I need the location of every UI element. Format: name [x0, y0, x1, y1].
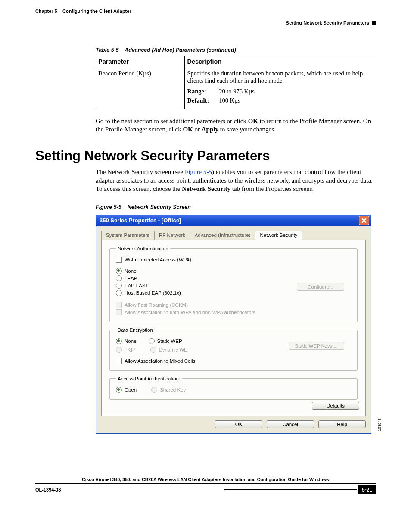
- legend-data-encryption: Data Encryption: [116, 327, 155, 333]
- cell-param: Beacon Period (Kµs): [96, 67, 184, 109]
- chapter-title: Configuring the Client Adapter: [62, 9, 131, 14]
- range-value: 20 to 976 Kµs: [219, 88, 255, 95]
- label-wpa: Wi-Fi Protected Access (WPA): [125, 257, 191, 262]
- radio-ap-open[interactable]: [116, 387, 122, 393]
- radio-host-eap[interactable]: [116, 290, 122, 296]
- label-leap: LEAP: [125, 276, 137, 281]
- th-parameter: Parameter: [96, 56, 184, 67]
- param-table: Parameter Description Beacon Period (Kµs…: [96, 56, 376, 109]
- figure-caption-num: Figure 5-5: [96, 204, 121, 210]
- label-hosteap: Host Based EAP (802.1x): [125, 290, 181, 296]
- header-section-text: Setting Network Security Parameters: [286, 20, 369, 25]
- footer-guide-title: Cisco Aironet 340, 350, and CB20A Wirele…: [35, 477, 376, 484]
- configure-button[interactable]: Configure...: [297, 283, 344, 291]
- radio-leap[interactable]: [116, 275, 122, 281]
- header-left: Chapter 5 Configuring the Client Adapter: [35, 9, 131, 14]
- cancel-button[interactable]: Cancel: [267, 420, 314, 428]
- legend-network-auth: Network Authentication: [116, 246, 170, 251]
- page-number-badge: 5-21: [358, 485, 376, 494]
- footer-doc-id: OL-1394-08: [35, 487, 61, 492]
- label-enc-dyn: Dynamic WEP: [159, 347, 191, 352]
- radio-ap-shared: [151, 387, 157, 393]
- checkbox-mixed-cells[interactable]: [116, 358, 122, 364]
- properties-dialog: 350 Series Properties - [Office] System …: [96, 215, 371, 434]
- table-row: Beacon Period (Kµs) Specifies the durati…: [96, 67, 376, 109]
- label-mixed: Allow Association to Mixed Cells: [125, 358, 195, 364]
- defaults-button[interactable]: Defaults: [312, 402, 359, 410]
- footer-bar: [224, 489, 357, 490]
- legend-ap-auth: Access Point Authentication:: [116, 376, 182, 381]
- label-ap-open: Open: [125, 387, 137, 392]
- figure-link[interactable]: Figure 5-5: [185, 168, 212, 175]
- radio-none[interactable]: [116, 268, 122, 274]
- static-wep-keys-button[interactable]: Static WEP Keys ...: [289, 342, 345, 350]
- group-ap-auth: Access Point Authentication: Open Shared…: [109, 376, 358, 400]
- default-label: Default:: [187, 97, 218, 104]
- para-after-table: Go to the next section to set additional…: [96, 117, 376, 134]
- label-assoc-both: Allow Association to both WPA and non-WP…: [125, 310, 255, 315]
- image-id-label: 103943: [377, 418, 382, 431]
- help-button[interactable]: Help: [318, 420, 366, 428]
- square-icon: [372, 21, 376, 25]
- dialog-title: 350 Series Properties - [Office]: [100, 217, 181, 224]
- page-footer: Cisco Aironet 340, 350, and CB20A Wirele…: [35, 477, 376, 494]
- label-enc-tkip: TKIP: [125, 347, 136, 352]
- ok-button[interactable]: OK: [215, 420, 262, 428]
- label-eapfast: EAP-FAST: [125, 283, 149, 288]
- close-button[interactable]: [359, 216, 369, 225]
- th-description: Description: [184, 56, 376, 67]
- checkbox-wpa[interactable]: [116, 257, 122, 263]
- table-caption: Table 5-5 Advanced (Ad Hoc) Parameters (…: [96, 47, 376, 53]
- radio-enc-tkip: [116, 347, 122, 353]
- dialog-titlebar: 350 Series Properties - [Office]: [96, 215, 371, 226]
- label-none: None: [125, 268, 137, 274]
- section-heading: Setting Network Security Parameters: [35, 148, 376, 164]
- chapter-label: Chapter 5: [35, 9, 57, 14]
- intro-para: The Network Security screen (see Figure …: [96, 168, 376, 193]
- label-enc-static: Static WEP: [157, 339, 182, 344]
- header-section-right: Setting Network Security Parameters: [286, 20, 376, 25]
- default-value: 100 Kµs: [219, 97, 240, 104]
- radio-enc-dynamic-wep: [150, 347, 156, 353]
- radio-eap-fast[interactable]: [116, 283, 122, 289]
- tab-system-parameters[interactable]: System Parameters: [101, 231, 154, 240]
- range-label: Range:: [187, 88, 218, 95]
- checkbox-assoc-both: [116, 309, 122, 315]
- tab-advanced-infra[interactable]: Advanced (Infrastructure): [190, 231, 255, 240]
- table-caption-num: Table 5-5: [96, 47, 119, 53]
- cell-desc: Specifies the duration between beacon pa…: [184, 67, 376, 109]
- desc-text: Specifies the duration between beacon pa…: [187, 70, 374, 84]
- figure-caption: Figure 5-5 Network Security Screen: [96, 204, 376, 210]
- figure-caption-title: Network Security Screen: [128, 204, 191, 210]
- tab-network-security[interactable]: Network Security: [255, 231, 302, 240]
- tab-row: System Parameters RF Network Advanced (I…: [101, 230, 366, 240]
- checkbox-fast-roaming: [116, 302, 122, 308]
- group-network-auth: Network Authentication Wi-Fi Protected A…: [109, 246, 358, 322]
- tab-panel-security: Network Authentication Wi-Fi Protected A…: [101, 240, 366, 416]
- label-enc-none: None: [125, 339, 137, 344]
- label-ap-shared: Shared Key: [160, 387, 186, 392]
- radio-enc-static-wep[interactable]: [149, 338, 155, 344]
- close-icon: [361, 218, 367, 223]
- tab-rf-network[interactable]: RF Network: [154, 231, 190, 240]
- radio-enc-none[interactable]: [116, 338, 122, 344]
- group-data-encryption: Data Encryption None Static WEP TKIP Dyn…: [109, 327, 358, 371]
- dialog-button-row: OK Cancel Help: [101, 420, 366, 428]
- label-fastroam: Allow Fast Roaming (CCKM): [125, 302, 188, 308]
- table-caption-title: Advanced (Ad Hoc) Parameters (continued): [125, 47, 236, 53]
